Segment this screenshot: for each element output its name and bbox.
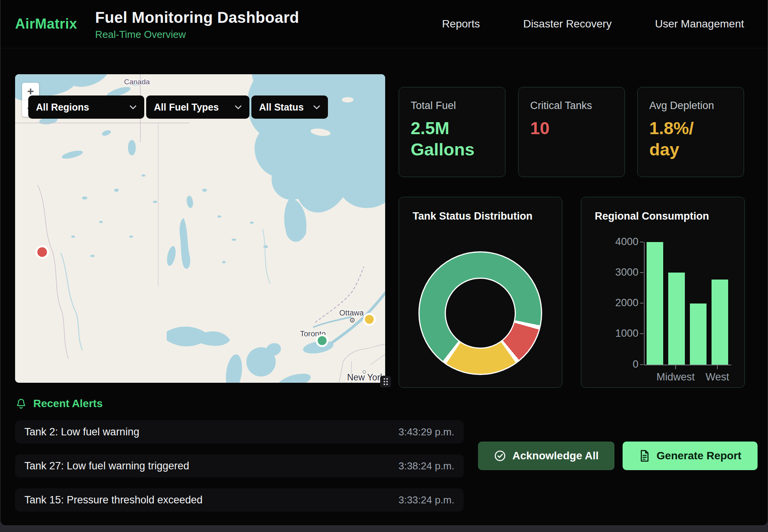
title-block: Fuel Monitoring Dashboard Real-Time Over… <box>95 7 299 41</box>
acknowledge-all-button[interactable]: Acknowledge All <box>478 442 614 470</box>
nav-links: Reports Disaster Recovery User Managemen… <box>442 18 768 30</box>
region-filter-select[interactable]: All Regions <box>28 95 144 119</box>
stat-card-critical-tanks: Critical Tanks 10 <box>518 87 625 177</box>
stat-value-total-fuel: 2.5MGallons <box>411 118 493 160</box>
y-tick: 2000 <box>592 297 638 309</box>
regional-consumption-card: Regional Consumption 4000 3000 2000 1000… <box>581 197 745 388</box>
page-subtitle: Real-Time Overview <box>95 29 299 41</box>
map-label-new-york: New York <box>347 372 385 382</box>
bell-icon <box>16 398 26 409</box>
fuel-map[interactable]: Canada Ottawa Toronto New York + − All R… <box>15 74 385 383</box>
stat-value-critical-tanks: 10 <box>530 118 613 139</box>
alert-row: Tank 27: Low fuel warning triggered 3:38… <box>15 454 464 477</box>
warning-tank-marker[interactable] <box>364 314 375 325</box>
donut-hole <box>445 278 516 349</box>
bar <box>668 273 685 365</box>
fuel-type-filter-select[interactable]: All Fuel Types <box>146 95 249 119</box>
generate-report-label: Generate Report <box>657 450 741 462</box>
top-nav: AirMatrix Fuel Monitoring Dashboard Real… <box>0 0 768 48</box>
donut-chart-title: Tank Status Distribution <box>413 210 532 222</box>
bar <box>647 242 663 365</box>
stat-value-avg-depletion: 1.8%/day <box>649 118 732 160</box>
y-tick: 0 <box>592 358 638 371</box>
map-label-ottawa: Ottawa <box>339 309 364 317</box>
bar-chart-title: Regional Consumption <box>595 210 709 222</box>
stat-label: Total Fuel <box>411 100 493 112</box>
page-title: Fuel Monitoring Dashboard <box>95 9 299 26</box>
bar <box>712 280 728 365</box>
x-axis <box>644 365 731 365</box>
stat-card-avg-depletion: Avg Depletion 1.8%/day <box>637 87 744 177</box>
status-filter-value: All Status <box>259 102 304 113</box>
nav-link-disaster-recovery[interactable]: Disaster Recovery <box>523 18 612 30</box>
alerts-header: Recent Alerts <box>16 397 102 410</box>
alert-time: 3:43:29 p.m. <box>398 426 454 438</box>
region-filter-value: All Regions <box>36 102 89 113</box>
normal-tank-marker[interactable] <box>317 335 328 346</box>
map-canvas: Canada Ottawa Toronto New York <box>15 74 385 383</box>
chevron-down-icon <box>313 105 320 109</box>
brand-logo[interactable]: AirMatrix <box>0 16 95 32</box>
y-tick: 3000 <box>592 266 638 279</box>
alert-row: Tank 15: Pressure threshold exceeded 3:3… <box>15 488 464 512</box>
alert-row: Tank 2: Low fuel warning 3:43:29 p.m. <box>15 420 464 443</box>
chevron-down-icon <box>130 105 137 109</box>
donut-ring <box>418 251 542 375</box>
fuel-type-filter-value: All Fuel Types <box>154 102 219 113</box>
nav-link-reports[interactable]: Reports <box>442 18 480 30</box>
stat-label: Critical Tanks <box>530 100 613 112</box>
x-tick-west: West <box>690 371 744 383</box>
map-filters: All Regions All Fuel Types All Status <box>28 95 328 119</box>
alert-time: 3:38:24 p.m. <box>398 460 454 472</box>
status-filter-select[interactable]: All Status <box>251 95 328 119</box>
check-circle-icon <box>494 450 506 462</box>
stat-card-total-fuel: Total Fuel 2.5MGallons <box>399 87 505 177</box>
map-resize-handle[interactable] <box>380 376 391 387</box>
nav-link-user-management[interactable]: User Management <box>655 18 744 30</box>
alert-text: Tank 27: Low fuel warning triggered <box>24 460 189 472</box>
critical-tank-marker[interactable] <box>36 246 48 258</box>
map-label-canada: Canada <box>124 78 150 86</box>
alerts-title: Recent Alerts <box>33 397 102 410</box>
y-tick: 4000 <box>592 236 638 248</box>
bar <box>690 304 707 365</box>
y-tick: 1000 <box>592 327 638 340</box>
alert-time: 3:33:24 p.m. <box>398 494 454 506</box>
alert-text: Tank 2: Low fuel warning <box>24 426 139 438</box>
document-icon <box>639 450 650 462</box>
bar-plot <box>645 242 734 365</box>
alert-text: Tank 15: Pressure threshold exceeded <box>24 494 203 506</box>
generate-report-button[interactable]: Generate Report <box>623 442 758 470</box>
chevron-down-icon <box>235 105 242 109</box>
acknowledge-all-label: Acknowledge All <box>512 450 599 462</box>
stat-label: Avg Depletion <box>649 100 732 112</box>
tank-status-card: Tank Status Distribution <box>399 197 562 388</box>
dashboard-root: AirMatrix Fuel Monitoring Dashboard Real… <box>0 0 768 526</box>
